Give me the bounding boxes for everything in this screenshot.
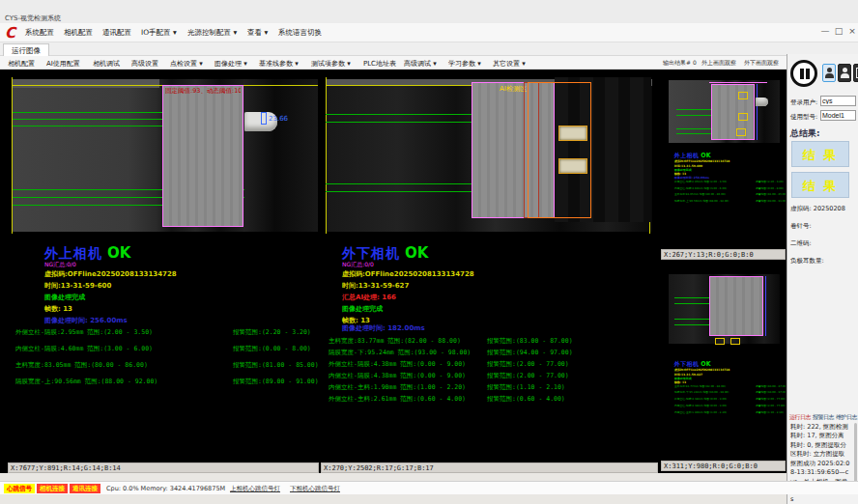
time-line: 时间:13-31-59-600 [44,281,111,291]
process-time-line: 图像处理时间: 256.00ms [44,316,128,325]
green-measure-line [674,297,709,298]
tab-connector-shape [558,126,587,141]
qr-code-label: 二维码: [790,239,812,248]
image-highlight-band [13,79,159,88]
tool-ai-config[interactable]: AI使用配置 [46,59,80,69]
measurement-row: 内侧立柱-隔膜:4.38mm 范围:(0.00 - 9.00) 报警范围:(2.… [321,372,658,381]
tool-other-settings[interactable]: 其它设置 ▾ [493,59,526,69]
close-icon[interactable]: × [846,26,858,36]
magenta-line [709,82,767,83]
blue-edge-line [757,84,758,140]
yellow-annotation-box [730,338,740,345]
virtual-code-line: 虚拟码:OFFline20250208133134728 [342,269,474,279]
measurement-row: 隔膜宽度-上:90.56mm 范围:(88.00 - 92.00) 报警范围:(… [8,378,319,387]
log-tab-run[interactable]: 运行日志 [789,413,811,422]
user-icon [841,73,849,78]
pause-icon [806,69,810,79]
green-measure-line [13,119,163,120]
exit-button[interactable]: → [853,64,858,82]
tool-spot-check[interactable]: 点检设置 ▾ [170,59,203,69]
process-done-line: 图像处理完成 [44,293,85,302]
user-manage-button[interactable] [838,64,851,82]
green-measure-line [326,183,472,184]
green-measure-line [13,112,163,113]
thumbnail-image[interactable]: 外下相机 OK 虚拟码:OFFline20250208133134728 时间:… [661,268,786,459]
tool-camera-debug[interactable]: 相机调试 [93,59,120,69]
tool-image-process[interactable]: 图像处理 ▾ [214,59,247,69]
minimize-icon[interactable]: — [819,26,831,36]
thumbnail-result-text: 外上相机 OK 虚拟码:OFFline20250208133134728 时间:… [674,152,786,206]
comm-link-status-badge: 通讯连接 [70,484,100,493]
model-input[interactable] [820,110,856,121]
blue-measure-box [261,112,267,125]
mini-header-lower-view[interactable]: 外下画面观察 [744,59,779,68]
neg-tab-count-label: 负极耳数量: [790,257,824,266]
yellow-annotation-box [736,128,746,136]
upper-camera-image[interactable]: 固定阈值:93、动态阈值:100 23.66 [8,70,319,238]
ai-detect-box [528,82,591,218]
pixel-coordinate-readout: X:311;Y:980;R:0;G:0;B:0 [661,461,786,471]
menu-camera-config[interactable]: 相机配置 [64,28,93,38]
login-user-input[interactable] [820,96,856,106]
inspected-part-region: 固定阈值:93、动态阈值:100 [162,85,243,227]
login-user-button[interactable] [822,64,836,82]
brand-logo-icon: C [5,24,15,42]
toolbar: 相机配置 AI使用配置 相机调试 高级设置 点检设置 ▾ 图像处理 ▾ 基准线参… [0,56,858,70]
virtual-code-line: 虚拟码:OFFline20250208133134728 [44,269,177,279]
yellow-annotation-box [738,92,748,99]
app-window: CYS-视觉检测系统 C 系统配置 相机配置 通讯配置 IO手配置 ▾ 光源控制… [0,0,858,504]
upper-camera-pane: 固定阈值:93、动态阈值:100 23.66 外上相机 OK NG汇总:0/0 … [8,70,319,473]
measurement-row: 主料宽度:83.77mm 范围:(82.00 - 88.00) 报警范围:(83… [321,337,658,347]
yellow-reference-line [326,77,327,234]
pixel-coordinate-readout: X:270;Y:2502;R:17;G:17;B:17 [321,462,658,473]
measurement-row: 外侧立柱-主料:2.61mm 范围:(0.60 - 4.00) 报警范围:(0.… [321,395,658,405]
lower-camera-image[interactable]: AI检测区 [321,70,658,238]
mini-header-upper-view[interactable]: 外上画面观察 [701,59,736,68]
camera-result-title: 外下相机 OK [342,243,428,263]
upper-camera-heartbeat-link[interactable]: 上相机心跳信号灯 [230,485,280,493]
measurement-row: 隔膜宽度-下:95.24mm 范围:(93.00 - 98.00) 报警范围:(… [321,349,658,358]
green-measure-line [676,109,711,110]
menu-light-config[interactable]: 光源控制配置 ▾ [187,28,237,38]
title-bar: CYS-视觉检测系统 [0,0,858,23]
tool-plc-address[interactable]: PLC地址表 [363,59,396,69]
green-measure-line [326,191,472,192]
menu-bar: C 系统配置 相机配置 通讯配置 IO手配置 ▾ 光源控制配置 ▾ 查看 ▾ 系… [0,23,858,42]
yellow-annotation-box [715,338,725,345]
yellow-annotation-box [738,113,748,121]
measure-value-label: 23.66 [269,115,288,123]
menu-system-config[interactable]: 系统配置 [25,28,54,38]
measurement-row: 外侧立柱-隔膜:4.38mm 范围:(0.00 - 9.00) 报警范围:(2.… [321,360,658,370]
pause-button[interactable] [790,60,817,87]
menu-language-switch[interactable]: 系统语言切换 [278,28,322,38]
tool-advanced-debug[interactable]: 高级调试 ▾ [404,59,437,69]
tab-strip: 运行图像 [0,42,858,56]
total-result-label: 总结果: [790,127,820,140]
user-icon [827,68,832,72]
thumbnail-image[interactable]: 外上相机 OK 虚拟码:OFFline20250208133134728 时间:… [661,72,786,249]
green-measure-line [674,319,709,320]
green-measure-line [676,128,711,129]
menu-view[interactable]: 查看 ▾ [247,28,268,38]
tool-test-params[interactable]: 测试项参数 ▾ [311,59,351,69]
pixel-coordinate-readout: X:267;Y:13;R:0;G:0;B:0 [661,249,786,260]
virtual-code-label: 虚拟码: 20250208 [790,205,845,213]
tab-connector-shape [756,98,768,106]
cpu-memory-readout: Cpu: 0.0% Memory: 3424.41796875M [106,485,225,492]
lower-camera-heartbeat-link[interactable]: 下相机心跳信号灯 [290,485,340,493]
tab-run-image[interactable]: 运行图像 [3,43,49,56]
time-line: 时间:13-31-59-627 [342,281,409,291]
mini-header-output-result: 输出结果# 0 [663,59,697,68]
tool-learn-params[interactable]: 学习参数 ▾ [448,59,481,69]
tool-camera-config[interactable]: 相机配置 [8,59,35,69]
tool-baseline-params[interactable]: 基准线参数 ▾ [259,59,299,69]
log-tab-alarm[interactable]: 报警日志 [813,413,834,422]
menu-comm-config[interactable]: 通讯配置 [102,28,131,38]
user-icon [825,73,834,78]
status-bar: 心跳信号 相机连接 通讯连接 Cpu: 0.0% Memory: 3424.41… [0,481,858,494]
menu-io-config[interactable]: IO手配置 ▾ [141,28,177,38]
blue-edge-line [765,276,766,336]
tool-advanced-setting[interactable]: 高级设置 [131,59,158,69]
maximize-icon[interactable]: □ [833,26,844,36]
log-tab-maint[interactable]: 维护日志 [836,413,857,422]
